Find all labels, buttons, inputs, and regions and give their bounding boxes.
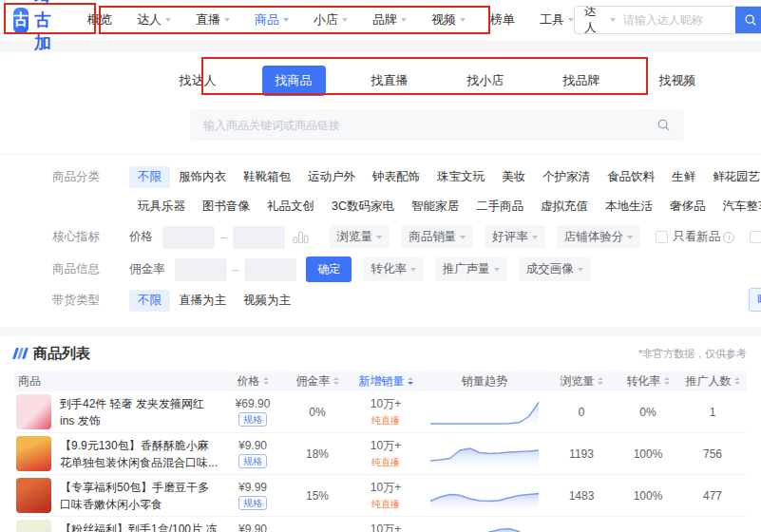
tab-find-product[interactable]: 找商品 <box>262 66 326 96</box>
price-min-input[interactable] <box>162 226 215 249</box>
category-option[interactable]: 奢侈品 <box>661 196 714 218</box>
commission-min-input[interactable] <box>175 258 227 281</box>
promotion-volume-dropdown[interactable]: 推广声量 <box>435 257 507 281</box>
filter-label-info: 商品信息 <box>52 261 114 277</box>
commission-cell: 15% <box>287 489 348 503</box>
category-option[interactable]: 钟表配饰 <box>364 166 428 188</box>
category-option[interactable]: 图书音像 <box>194 196 258 218</box>
category-option[interactable]: 美妆 <box>493 166 534 188</box>
tab-find-influencer[interactable]: 找达人 <box>166 66 230 96</box>
product-image[interactable] <box>16 478 51 513</box>
product-title[interactable]: 【专享福利50包】手磨豆干多口味香嫩休闲小零食 <box>60 479 219 513</box>
product-title[interactable]: 到手42件 轻奢 发夹发箍网红ins 发饰 <box>60 395 219 429</box>
logo[interactable]: 古 考古加 <box>13 0 63 54</box>
category-option[interactable]: 二手商品 <box>467 196 532 218</box>
tab-find-live[interactable]: 找直播 <box>358 66 422 96</box>
nav-item-live[interactable]: 直播 <box>196 11 230 28</box>
product-image[interactable] <box>16 520 51 532</box>
category-option[interactable]: 个护家清 <box>534 166 599 188</box>
commission-cell: 0% <box>287 406 348 419</box>
sales-type-option[interactable]: 不限 <box>129 290 170 312</box>
sales-trend-chart <box>428 438 541 470</box>
new-product-checkbox[interactable]: 只看新品 i <box>656 229 734 245</box>
nav-item-tools[interactable]: 工具 <box>540 11 574 28</box>
chevron-down-icon <box>627 236 633 239</box>
conversion-dropdown[interactable]: 转化率 <box>363 257 424 281</box>
new-sales-cell: 10万+ 纯直播 <box>348 480 424 511</box>
table-row: 【粉丝福利】到手1盒/100片 冻干粉免洗睡眠面膜补水保湿提... ¥9.90 … <box>14 517 747 532</box>
product-sales-dropdown[interactable]: 商品销量 <box>401 225 473 249</box>
product-search-input[interactable] <box>203 119 656 132</box>
nav-item-overview[interactable]: 概览 <box>87 11 112 28</box>
shop-score-dropdown[interactable]: 店铺体验分 <box>557 225 641 249</box>
sales-trend-chart <box>428 396 541 428</box>
product-image[interactable] <box>16 394 51 429</box>
influencer-search-input[interactable] <box>623 7 735 33</box>
rating-dropdown[interactable]: 好评率 <box>485 225 545 249</box>
chevron-down-icon <box>494 268 500 272</box>
sales-trend-chart <box>428 522 541 532</box>
category-filter-row2: 玩具乐器 图书音像 礼品文创 3C数码家电 智能家居 二手商品 虚拟充值 本地生… <box>129 192 748 221</box>
category-option[interactable]: 服饰内衣 <box>170 166 235 188</box>
category-option[interactable]: 运动户外 <box>299 166 364 188</box>
main-nav: 概览 达人 直播 商品 小店 品牌 视频 榜单 工具 <box>87 11 574 28</box>
category-option[interactable]: 珠宝文玩 <box>428 166 493 188</box>
confirm-button[interactable]: 确定 <box>306 256 352 282</box>
nav-item-brand[interactable]: 品牌 <box>372 11 407 28</box>
product-title[interactable]: 【9.9元130包】香酥酥脆小麻花单独包装休闲食品混合口味... <box>60 437 219 471</box>
sales-type-option[interactable]: 视频为主 <box>235 290 299 312</box>
category-option[interactable]: 生鲜 <box>663 166 704 188</box>
search-panel: 找达人 找商品 找直播 找小店 找品牌 找视频 商品分类 不限 服饰内衣 鞋靴箱… <box>0 52 761 327</box>
spec-badge: 规格 <box>238 412 267 427</box>
category-option[interactable]: 玩具乐器 <box>129 196 194 218</box>
column-header-commission[interactable]: 佣金率 <box>287 373 348 390</box>
category-option[interactable]: 智能家居 <box>403 196 467 218</box>
category-option[interactable]: 鲜花园艺 <box>704 166 761 188</box>
category-option[interactable]: 本地生活 <box>597 196 661 218</box>
category-option[interactable]: 礼品文创 <box>258 196 323 218</box>
nav-item-product[interactable]: 商品 <box>255 11 289 28</box>
views-dropdown[interactable]: 浏览量 <box>330 225 390 249</box>
column-header-views[interactable]: 浏览量 <box>545 373 618 390</box>
search-category-select[interactable]: 达人 <box>575 6 623 34</box>
sort-icon <box>263 377 269 385</box>
column-header-new-sales[interactable]: 新增销量 <box>348 373 424 390</box>
sales-type-tag: 纯直播 <box>371 498 400 511</box>
product-image[interactable] <box>16 436 51 471</box>
nav-item-video[interactable]: 视频 <box>431 11 466 28</box>
tab-find-brand[interactable]: 找品牌 <box>550 66 614 96</box>
price-max-input[interactable] <box>233 226 285 249</box>
nav-item-ranking[interactable]: 榜单 <box>490 11 515 28</box>
category-option[interactable]: 鞋靴箱包 <box>235 166 299 188</box>
category-option[interactable]: 3C数码家电 <box>323 196 403 218</box>
nav-item-influencer[interactable]: 达人 <box>137 11 171 28</box>
product-title[interactable]: 【粉丝福利】到手1盒/100片 冻干粉免洗睡眠面膜补水保湿提... <box>60 521 219 532</box>
category-option[interactable]: 食品饮料 <box>599 166 663 188</box>
deal-portrait-dropdown[interactable]: 成交画像 <box>519 257 591 281</box>
price-cell: ¥9.90 规格 <box>219 439 287 468</box>
date-filter-badge[interactable]: 昨日 <box>749 288 761 312</box>
category-option[interactable]: 不限 <box>129 166 170 188</box>
histogram-icon[interactable] <box>293 230 309 244</box>
range-separator: – <box>220 231 227 244</box>
search-button[interactable] <box>735 6 761 34</box>
tab-find-shop[interactable]: 找小店 <box>454 66 518 96</box>
column-header-price[interactable]: 价格 <box>219 373 287 390</box>
nav-item-shop[interactable]: 小店 <box>314 11 348 28</box>
column-header-conversion[interactable]: 转化率 <box>618 373 678 390</box>
checkbox-icon <box>750 231 761 243</box>
linked-live-checkbox[interactable]: 关联直播 <box>750 229 761 245</box>
category-option[interactable]: 汽车整车 <box>713 196 761 218</box>
filter-label-sales-type: 带货类型 <box>52 293 114 309</box>
chevron-down-icon <box>610 18 616 22</box>
category-option[interactable]: 虚拟充值 <box>532 196 597 218</box>
sales-type-option[interactable]: 直播为主 <box>170 290 235 312</box>
views-cell: 1193 <box>545 447 618 461</box>
tab-find-video[interactable]: 找视频 <box>646 66 710 96</box>
brand-name: 考古加 <box>34 0 63 54</box>
column-header-promoters[interactable]: 推广人数 <box>678 373 747 390</box>
search-icon[interactable] <box>656 118 671 132</box>
filter-label-core: 核心指标 <box>52 229 114 245</box>
sort-icon <box>408 377 413 385</box>
commission-max-input[interactable] <box>244 258 296 281</box>
